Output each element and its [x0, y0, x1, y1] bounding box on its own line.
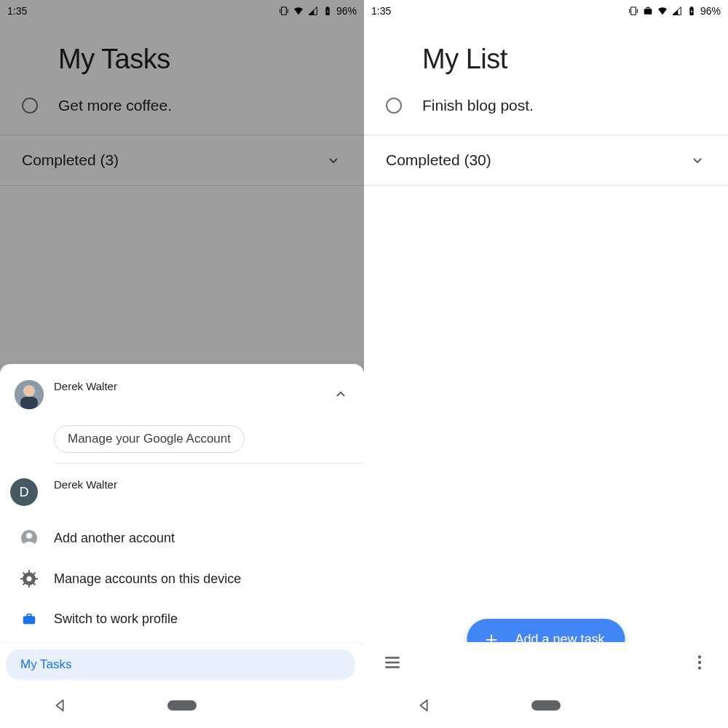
task-row[interactable]: Finish blog post.	[364, 97, 728, 135]
status-bar: 1:35 96%	[364, 0, 728, 22]
primary-account-row[interactable]: Derek Walter	[0, 377, 364, 416]
manage-accounts-label: Manage accounts on this device	[54, 571, 241, 587]
nav-home-button[interactable]	[524, 700, 568, 711]
svg-rect-7	[20, 397, 38, 409]
android-nav-bar	[0, 683, 364, 728]
briefcase-icon	[642, 5, 654, 17]
svg-rect-26	[646, 7, 649, 9]
manage-accounts-row[interactable]: Manage accounts on this device	[0, 558, 364, 599]
bottom-app-bar	[364, 642, 728, 683]
divider	[364, 185, 728, 186]
svg-rect-15	[34, 578, 38, 579]
android-nav-bar	[364, 683, 728, 728]
secondary-account-name: Derek Walter	[54, 478, 117, 491]
page-title: My List	[364, 22, 728, 97]
svg-point-32	[698, 655, 701, 658]
add-another-account-row[interactable]: Add another account	[0, 518, 364, 558]
nav-back-button[interactable]	[39, 697, 82, 713]
nav-back-button[interactable]	[403, 697, 446, 713]
svg-rect-12	[28, 570, 30, 574]
nav-home-button[interactable]	[160, 700, 204, 711]
more-icon[interactable]	[690, 653, 709, 672]
add-account-label: Add another account	[54, 531, 175, 546]
signal-icon	[671, 5, 683, 17]
vibrate-icon	[628, 5, 639, 17]
menu-icon[interactable]	[383, 653, 402, 672]
secondary-account-email	[54, 493, 117, 505]
chevron-down-icon	[689, 151, 706, 169]
primary-account-name: Derek Walter	[54, 380, 332, 392]
svg-point-9	[26, 533, 32, 539]
switch-work-profile-row[interactable]: Switch to work profile	[0, 599, 364, 643]
wifi-icon	[657, 5, 668, 17]
statusbar-time: 1:35	[371, 5, 391, 17]
task-checkbox[interactable]	[386, 98, 402, 114]
person-icon	[15, 529, 44, 547]
chevron-up-icon[interactable]	[332, 386, 349, 403]
completed-section-header[interactable]: Completed (30)	[364, 135, 728, 185]
secondary-account-row[interactable]: D Derek Walter	[0, 464, 364, 518]
list-chip-my-tasks[interactable]: My Tasks	[6, 649, 355, 680]
battery-icon	[686, 5, 697, 17]
left-pane: 1:35 96% My Tasks Get more coffee. Compl…	[0, 0, 364, 728]
svg-point-6	[23, 385, 35, 397]
completed-label: Completed (30)	[386, 151, 491, 169]
secondary-avatar: D	[10, 478, 38, 506]
svg-rect-22	[631, 7, 636, 15]
list-switcher-bar: My Tasks	[0, 643, 364, 683]
task-text: Finish blog post.	[422, 97, 534, 114]
svg-point-11	[27, 577, 32, 582]
svg-point-33	[698, 661, 701, 664]
svg-rect-28	[691, 7, 693, 7]
svg-rect-21	[27, 614, 31, 617]
gear-icon	[15, 570, 44, 587]
svg-rect-14	[20, 578, 24, 579]
primary-avatar	[15, 380, 44, 409]
briefcase-icon	[15, 611, 44, 627]
manage-google-account-button[interactable]: Manage your Google Account	[54, 425, 245, 453]
right-pane: 1:35 96% My List Finish blog post. Compl…	[364, 0, 728, 728]
account-bottom-sheet: Derek Walter Manage your Google Account …	[0, 364, 364, 643]
statusbar-battery-pct: 96%	[700, 5, 721, 17]
svg-point-34	[698, 666, 701, 669]
svg-rect-13	[28, 584, 30, 587]
primary-account-email	[54, 395, 332, 407]
switch-work-label: Switch to work profile	[54, 612, 178, 627]
